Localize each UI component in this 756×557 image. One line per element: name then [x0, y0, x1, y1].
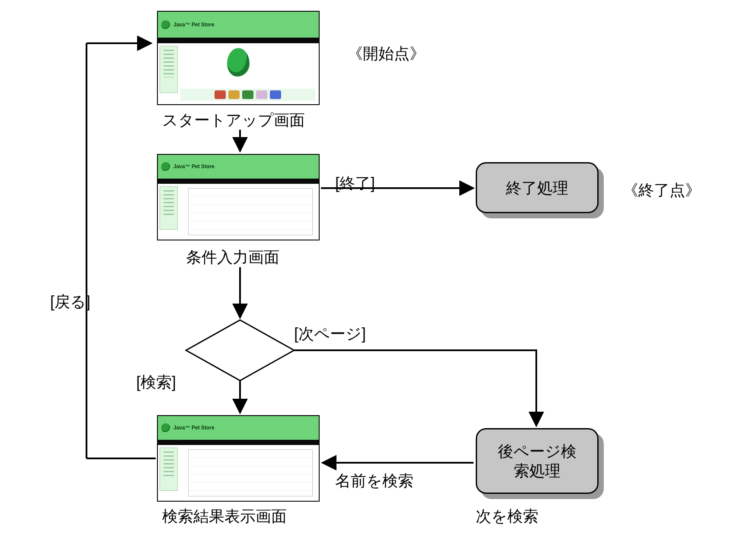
exit-process-label: 終了処理 — [506, 178, 568, 198]
startup-header-title: Java™ Pet Store — [173, 22, 215, 28]
edge-search-label: [検索] — [136, 372, 176, 393]
edge-back-label: [戻る] — [50, 291, 90, 313]
startup-caption: スタートアップ画面 — [162, 110, 305, 131]
startup-screen-thumb: Java™ Pet Store — [157, 11, 320, 105]
result-caption: 検索結果表示画面 — [162, 506, 287, 527]
exit-process-node: 終了処理 — [476, 162, 599, 213]
condition-caption: 条件入力画面 — [186, 247, 279, 268]
svg-marker-0 — [186, 320, 294, 381]
result-screen-thumb: Java™ Pet Store — [157, 415, 320, 502]
edge-searchnext-label: 次を検索 — [476, 506, 538, 527]
edge-exit-label: [終了] — [335, 173, 375, 194]
condition-header-title: Java™ Pet Store — [173, 163, 215, 170]
result-header-title: Java™ Pet Store — [173, 425, 215, 431]
start-point-annotation: 《開始点》 — [347, 43, 425, 64]
edge-searchname-label: 名前を検索 — [335, 471, 413, 492]
end-point-annotation: 《終了点》 — [623, 180, 701, 201]
next-page-process-label: 後ページ検 索処理 — [498, 442, 577, 480]
condition-screen-thumb: Java™ Pet Store — [157, 154, 320, 240]
next-page-process-node: 後ページ検 索処理 — [476, 428, 599, 494]
edge-nextpage-label: [次ページ] — [294, 323, 366, 345]
